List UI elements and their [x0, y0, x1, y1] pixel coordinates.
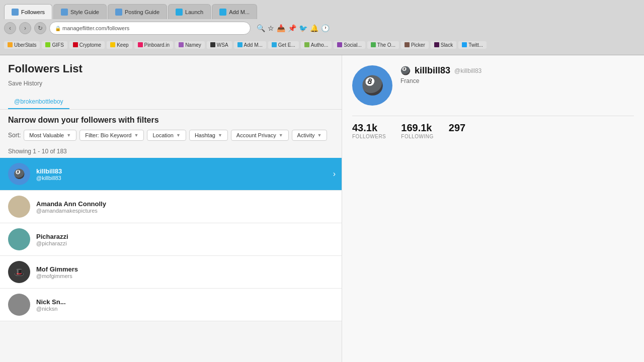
filter-location[interactable]: Location ▼: [147, 130, 186, 141]
follower-name: Picharazzi: [36, 233, 68, 240]
tab-followers[interactable]: Followers: [4, 4, 52, 19]
profile-avatar: 🎱: [352, 65, 392, 106]
tab-launch[interactable]: Launch: [168, 4, 211, 19]
bookmarks-bar: UberStats GIFS Cryptome Keep Pinboard.in…: [0, 37, 644, 52]
tab-bar: Followers Style Guide Posting Guide Laun…: [0, 0, 644, 19]
list-item[interactable]: 🎩 Mof Gimmers @mofgimmers: [0, 256, 342, 289]
follower-name: Nick Sn...: [36, 298, 66, 306]
bookmark-icon-theo: [371, 42, 376, 47]
refresh-button[interactable]: ↻: [34, 22, 46, 34]
back-button[interactable]: ‹: [4, 22, 16, 34]
follower-handle: @killbill83: [36, 175, 62, 181]
sort-label: Sort:: [8, 132, 21, 139]
bookmark-star-icon[interactable]: ☆: [268, 24, 274, 32]
bookmark-addm[interactable]: Add M...: [234, 41, 266, 49]
bookmark-icon-social: [337, 42, 342, 47]
chevron-down-icon: ▼: [176, 133, 181, 138]
history-icon[interactable]: 🕐: [321, 24, 330, 32]
follower-handle: @picharazzi: [36, 240, 68, 246]
tab-add[interactable]: Add M...: [212, 4, 257, 19]
bookmark-icon-uberstats: [8, 42, 13, 47]
bookmark-twitter[interactable]: Twitt...: [458, 41, 487, 49]
chevron-down-icon: ▼: [134, 133, 138, 138]
filter-row-1: Sort: Most Valuable ▼ Filter: Bio Keywor…: [8, 130, 334, 141]
left-panel: Followers List Save History @brokenbottl…: [0, 55, 342, 362]
followers-list: 🎱 killbill83 @killbill83 › Amanda Ann Co…: [0, 158, 342, 354]
bookmark-picker[interactable]: Picker: [401, 41, 429, 49]
filter-account-privacy[interactable]: Account Privacy ▼: [231, 130, 289, 141]
pinterest-icon[interactable]: 📌: [288, 24, 296, 32]
bookmark-icon-pinboard: [138, 42, 143, 47]
follower-handle: @mofgimmers: [36, 273, 78, 279]
follower-handle: @amandamakespictures: [36, 208, 106, 214]
account-tab-brokenbottleboy[interactable]: @brokenbottleboy: [8, 95, 69, 109]
showing-count: Showing 1 - 10 of 183: [0, 148, 342, 155]
list-item[interactable]: Amanda Ann Connolly @amandamakespictures: [0, 191, 342, 223]
bookmark-keep[interactable]: Keep: [107, 41, 132, 49]
bookmark-slack[interactable]: Slack: [431, 41, 456, 49]
bookmark-social[interactable]: Social...: [334, 41, 365, 49]
search-icon[interactable]: 🔍: [257, 24, 265, 32]
filter-activity[interactable]: Activity ▼: [292, 130, 328, 141]
tab-icon-followers: [12, 9, 19, 16]
bookmark-icon-autho: [304, 42, 309, 47]
bookmark-icon-picker: [405, 42, 410, 47]
tab-posting-guide[interactable]: Posting Guide: [108, 4, 167, 19]
bookmark-icon-gete: [272, 42, 277, 47]
tab-icon-posting: [115, 9, 122, 16]
tab-icon-add: [219, 9, 226, 16]
chevron-down-icon: ▼: [66, 133, 71, 138]
list-item[interactable]: Nick Sn... @nicksn: [0, 289, 342, 321]
bookmark-autho[interactable]: Autho...: [301, 41, 332, 49]
chevron-down-icon: ▼: [317, 133, 321, 138]
bookmark-icon-slack: [434, 42, 439, 47]
tab-icon-style: [61, 9, 68, 16]
stat-third-value: 297: [449, 122, 465, 134]
avatar: [8, 294, 30, 316]
list-item[interactable]: Picharazzi @picharazzi: [0, 223, 342, 256]
pocket-icon[interactable]: 📥: [277, 24, 285, 32]
bookmark-icon-addm: [237, 42, 243, 47]
app-container: Followers List Save History @brokenbottl…: [0, 55, 644, 362]
follower-info: Nick Sn... @nicksn: [36, 298, 66, 312]
follower-name: Amanda Ann Connolly: [36, 200, 106, 208]
page-header: Followers List Save History: [0, 55, 342, 95]
bookmark-wsa[interactable]: WSA: [207, 41, 232, 49]
save-history-button[interactable]: Save History: [8, 80, 42, 87]
twitter-icon[interactable]: 🐦: [299, 24, 307, 32]
follower-name: killbill83: [36, 167, 62, 175]
profile-location: France: [400, 77, 634, 84]
filter-hashtag[interactable]: Hashtag ▼: [189, 130, 228, 141]
stat-following-label: FOLLOWING: [401, 134, 434, 139]
bookmark-icon-twitter: [462, 42, 467, 47]
filter-bio-keyword[interactable]: Filter: Bio Keyword ▼: [79, 130, 144, 141]
follower-info: Picharazzi @picharazzi: [36, 233, 68, 246]
bookmark-pinboard[interactable]: Pinboard.in: [134, 41, 174, 49]
bookmark-theo[interactable]: The O...: [367, 41, 399, 49]
sort-dropdown[interactable]: Most Valuable ▼: [24, 130, 76, 141]
bookmark-gete[interactable]: Get E...: [268, 41, 299, 49]
forward-button[interactable]: ›: [19, 22, 31, 34]
chevron-right-icon: ›: [333, 169, 336, 178]
bookmark-cryptome[interactable]: Cryptome: [69, 41, 105, 49]
list-item[interactable]: 🎱 killbill83 @killbill83 ›: [0, 158, 342, 191]
url-bar-row: ‹ › ↻ 🔒 manageflitter.com/followers 🔍 ☆ …: [0, 19, 644, 37]
browser-chrome: Followers Style Guide Posting Guide Laun…: [0, 0, 644, 55]
bookmark-gifs[interactable]: GIFS: [42, 41, 67, 49]
stat-followers-label: FOLLOWERS: [352, 134, 386, 139]
tab-style-guide[interactable]: Style Guide: [53, 4, 107, 19]
avatar: [8, 196, 30, 218]
bookmark-icon-cryptome: [73, 42, 78, 47]
follower-name: Mof Gimmers: [36, 265, 78, 273]
profile-display-name: killbill83: [415, 65, 450, 76]
narrow-section: Narrow down your followers with filters …: [0, 110, 342, 148]
bookmark-namey[interactable]: Namey: [175, 41, 205, 49]
bookmark-uberstats[interactable]: UberStats: [4, 41, 40, 49]
stats-row: 43.1k FOLLOWERS 169.1k FOLLOWING 297: [352, 116, 634, 139]
avatar: 🎱: [8, 163, 30, 185]
page-title: Followers List: [8, 62, 334, 75]
chevron-down-icon: ▼: [218, 133, 222, 138]
right-panel: 🎱 🎱 killbill83 @killbill83 France 43.1k …: [342, 55, 644, 362]
notification-icon[interactable]: 🔔: [310, 24, 318, 32]
url-bar[interactable]: 🔒 manageflitter.com/followers: [49, 22, 251, 35]
